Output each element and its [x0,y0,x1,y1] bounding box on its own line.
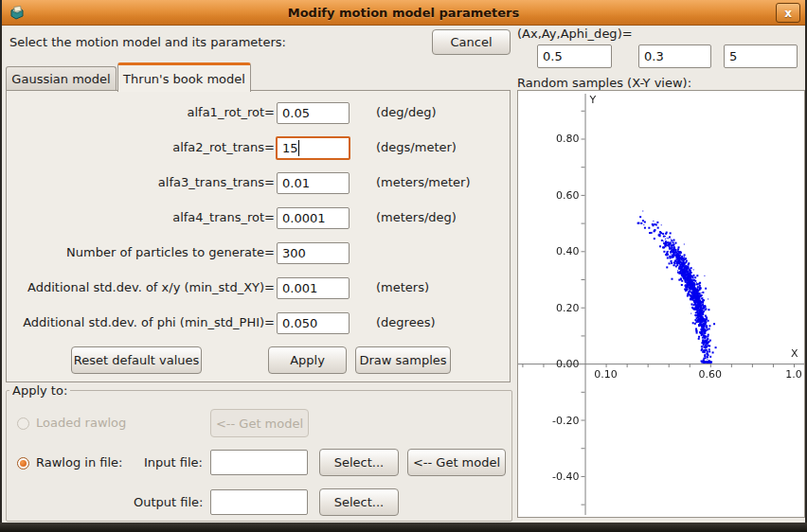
alfa3-unit: (meters/meter) [376,175,471,189]
samples-scatter-plot [518,91,804,517]
form-row: alfa4_trans_rot= (meters/deg) [7,207,511,229]
ay-input[interactable] [638,44,711,68]
window-title: Modify motion model parameters [2,6,805,20]
form-row: Number of particles to generate= [7,242,511,264]
alfa4-input[interactable] [277,207,350,229]
output-file-label: Output file: [134,495,203,509]
particles-label: Number of particles to generate= [66,245,275,259]
samples-plot-panel [517,90,805,518]
apply-button[interactable]: Apply [268,346,347,374]
min-std-phi-input[interactable] [277,312,350,334]
dialog-window: Modify motion model parameters x Select … [0,0,807,532]
rawlog-in-file-radio[interactable] [17,457,29,470]
alfa2-input[interactable] [276,136,350,160]
tab-thruns-book-model[interactable]: Thrun's book model [117,62,251,92]
alfa3-label: alfa3_trans_trans= [158,175,275,189]
tab-gaussian-model[interactable]: Gaussian model [6,66,117,91]
loaded-rawlog-label: Loaded rawlog [36,416,126,430]
form-row: Additional std.dev. of x/y (min_std_XY)=… [7,277,511,299]
apply-to-legend: Apply to: [9,383,70,398]
close-button[interactable]: x [776,3,800,23]
min-std-xy-unit: (meters) [376,280,429,294]
output-file-field[interactable] [210,489,308,515]
min-std-phi-label: Additional std.dev. of phi (min_std_PHI)… [23,315,275,329]
select-input-file-button[interactable]: Select... [319,449,399,476]
draw-samples-button[interactable]: Draw samples [355,346,451,374]
ax-input[interactable] [537,44,612,68]
alfa1-unit: (deg/deg) [376,105,437,119]
loaded-rawlog-radio[interactable] [17,417,29,430]
form-row: alfa3_trans_trans= (meters/meter) [7,172,511,194]
text-caret [298,140,299,156]
form-row: alfa2_rot_trans= (degs/meter) [7,137,511,159]
form-row: alfa1_rot_rot= (deg/deg) [7,102,511,124]
select-output-file-button[interactable]: Select... [319,488,399,516]
window-border-left [0,0,2,532]
min-std-xy-label: Additional std.dev. of x/y (min_std_XY)= [27,280,275,294]
alfa4-label: alfa4_trans_rot= [172,210,275,224]
instruction-label: Select the motion model and its paramete… [9,35,286,49]
rawlog-in-file-label: Rawlog in file: [36,455,122,470]
get-model-loaded-button: <-- Get model [210,409,309,437]
alfa1-label: alfa1_rot_rot= [187,105,275,119]
aphi-input[interactable] [724,44,798,68]
input-file-field[interactable] [210,450,308,475]
particles-input[interactable] [277,242,350,264]
thrun-model-panel: alfa1_rot_rot= (deg/deg) alfa2_rot_trans… [6,90,511,382]
min-std-phi-unit: (degrees) [376,315,435,329]
cancel-button[interactable]: Cancel [432,29,511,55]
plot-title: Random samples (X-Y view): [517,76,691,90]
alfa1-input[interactable] [277,102,350,124]
window-border-bottom [0,523,807,532]
input-file-label: Input file: [144,455,203,470]
title-bar[interactable]: Modify motion model parameters x [2,0,805,26]
alfa2-label: alfa2_rot_trans= [172,140,275,154]
alfa4-unit: (meters/deg) [376,210,457,224]
get-model-file-button[interactable]: <-- Get model [407,449,506,476]
axy-label: (Ax,Ay,Aphi_deg)= [517,27,633,41]
form-row: Additional std.dev. of phi (min_std_PHI)… [7,312,511,334]
alfa3-input[interactable] [277,172,350,194]
alfa2-unit: (degs/meter) [376,140,457,154]
min-std-xy-input[interactable] [277,277,350,299]
reset-default-values-button[interactable]: Reset default values [71,346,202,374]
